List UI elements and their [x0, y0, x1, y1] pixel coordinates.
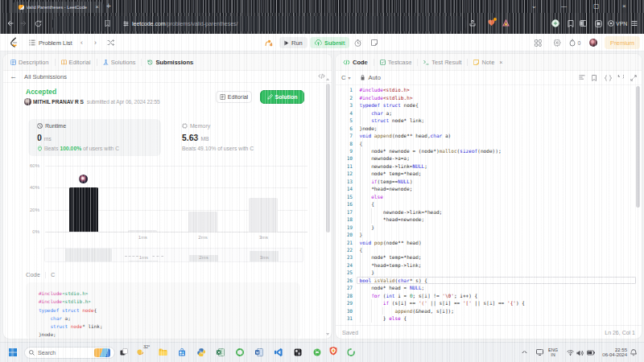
language-selector[interactable]: C — [341, 74, 345, 81]
forward-icon[interactable] — [20, 20, 27, 27]
ms-store-icon[interactable] — [178, 348, 186, 356]
settings-gear-icon[interactable] — [554, 39, 561, 47]
editor-line[interactable]: 2#include<stdlib.h> — [336, 94, 638, 101]
editor-line[interactable]: 1#include<stdio.h> — [336, 86, 638, 93]
volume-icon[interactable] — [576, 350, 584, 356]
vscode-icon[interactable] — [275, 348, 283, 356]
editor-line[interactable]: 7void append(node** head,char a) — [336, 132, 638, 139]
tray-expand-icon[interactable] — [522, 350, 527, 354]
auto-lock-icon[interactable] — [361, 75, 365, 80]
extension-heart-icon[interactable] — [488, 19, 495, 27]
favorites-icon[interactable] — [568, 20, 574, 27]
runtime-card[interactable]: Runtime 0 ms Beats 100.00% of users with… — [28, 119, 161, 156]
scrollbar-thumb[interactable] — [636, 86, 640, 208]
user-avatar[interactable] — [589, 39, 597, 47]
debug-icon[interactable] — [265, 39, 273, 47]
tab-description[interactable]: Description — [10, 59, 49, 66]
new-tab-button[interactable]: + — [106, 2, 111, 10]
url-input[interactable]: leetcode.com/problems/valid-parentheses/ — [52, 16, 467, 31]
search-highlight-image[interactable] — [94, 348, 110, 357]
editor-line[interactable]: 6}node; — [336, 125, 638, 132]
braces-icon[interactable] — [605, 75, 610, 80]
split-screen-icon[interactable] — [580, 20, 587, 27]
shuffle-icon[interactable] — [107, 39, 114, 46]
tray-display-icon[interactable] — [536, 349, 543, 356]
editor-line[interactable]: 9 node* newnode = (node*)malloc(sizeof(n… — [336, 147, 638, 154]
compare-code-icon[interactable] — [318, 73, 325, 80]
problem-list-label[interactable]: Problem List — [39, 39, 72, 47]
tab-test-result[interactable]: Test Result — [423, 59, 461, 66]
submitter-name[interactable]: MITHIL PRANAV R S — [33, 99, 84, 105]
android-app-icon[interactable] — [313, 348, 321, 356]
editor-line[interactable]: 30 append(&head, s[i]); — [336, 307, 638, 315]
all-submissions-label[interactable]: All Submissions — [24, 73, 67, 80]
editor-line[interactable]: 16 { — [336, 200, 638, 208]
close-note-icon[interactable]: × — [499, 59, 502, 66]
editor-line[interactable]: 10 newnode->a=a; — [336, 154, 638, 162]
start-button[interactable] — [9, 348, 17, 356]
chart-brush[interactable]: 1ms2ms3ms — [44, 248, 303, 262]
dark-app-icon[interactable] — [294, 348, 302, 356]
bookmark-doc-icon[interactable] — [105, 20, 110, 27]
editor-line[interactable]: 22{ — [336, 246, 638, 253]
editor-line[interactable]: 5 struct node* link; — [336, 117, 638, 124]
browser-menu-icon[interactable] — [631, 20, 638, 27]
editor-line[interactable]: 20} — [336, 231, 638, 238]
editor-line[interactable]: 4 char a; — [336, 109, 638, 117]
editor-line[interactable]: 11 newnode->link=NULL; — [336, 162, 638, 170]
editor-line[interactable]: 25 } — [336, 269, 638, 276]
language-indicator[interactable]: ENG IN — [548, 348, 558, 357]
streak-flame-icon[interactable] — [569, 39, 576, 47]
editor-line[interactable]: 12 node* temp=*head; — [336, 170, 638, 177]
shield-app-icon[interactable] — [329, 347, 337, 356]
tab-close-icon[interactable]: × — [95, 4, 99, 10]
run-button[interactable]: Run — [279, 37, 308, 48]
task-view-icon[interactable] — [120, 348, 128, 356]
editor-line[interactable]: 23 node* temp=*head; — [336, 253, 638, 261]
word-icon[interactable] — [255, 348, 263, 356]
battery-icon[interactable] — [587, 350, 595, 356]
tab-solutions[interactable]: Solutions — [103, 59, 136, 66]
browser-tab[interactable]: Valid Parentheses - LeetCode × — [12, 2, 104, 13]
window-maximize-button[interactable]: ▢ — [593, 3, 600, 10]
memory-card[interactable]: Memory 5.63 MB Beats 49.10% of users wit… — [173, 119, 306, 156]
chart-bar-3ms[interactable] — [249, 198, 278, 232]
back-icon[interactable] — [7, 20, 14, 27]
scroll-up-arrow[interactable] — [326, 78, 329, 80]
editor-line[interactable]: 13 if(temp==NULL) — [336, 178, 638, 185]
weather-widget[interactable]: 32° — [136, 347, 145, 356]
taskbar-search[interactable]: Search — [24, 347, 115, 359]
copilot-icon[interactable] — [595, 20, 602, 27]
premium-button[interactable]: Premium — [605, 36, 640, 49]
tab-note[interactable]: Note × — [473, 59, 502, 66]
python-icon[interactable] — [197, 348, 205, 356]
leetcode-logo[interactable] — [10, 37, 18, 47]
timer-icon[interactable] — [354, 39, 361, 47]
taskbar-clock[interactable]: 22:55 06-04-2024 — [602, 348, 627, 357]
left-panel-scrollbar[interactable] — [326, 78, 330, 335]
file-explorer-icon[interactable] — [159, 348, 167, 356]
tab-search-icon[interactable]: ⌄ — [531, 3, 537, 10]
notes-icon[interactable] — [371, 39, 378, 46]
wifi-icon[interactable] — [567, 350, 574, 356]
format-code-icon[interactable] — [579, 75, 584, 80]
chart-bar-2ms[interactable] — [188, 212, 217, 232]
back-arrow-icon[interactable]: ← — [10, 73, 17, 80]
collections-add-icon[interactable] — [551, 19, 559, 27]
problem-list-icon[interactable] — [29, 39, 35, 46]
scroll-down-arrow[interactable] — [326, 333, 329, 335]
chart-bar-1ms[interactable] — [128, 230, 157, 232]
code-editor[interactable]: 1#include<stdio.h>2#include<stdlib.h>3ty… — [336, 85, 638, 325]
editor-line[interactable]: 28 for (int i = 0; s[i] != '\0'; i++) { — [336, 292, 638, 299]
solution-button[interactable]: Solution — [260, 90, 304, 104]
editor-line[interactable]: 31 } else { — [336, 315, 638, 322]
editor-line[interactable]: 21void pop(node** head) — [336, 239, 638, 246]
editorial-button[interactable]: Editorial — [216, 91, 252, 103]
reset-icon[interactable] — [617, 75, 623, 80]
editor-line[interactable]: 14 *head=newnode; — [336, 185, 638, 192]
editor-line[interactable]: 27 node* head = NULL; — [336, 284, 638, 291]
auto-label[interactable]: Auto — [368, 74, 380, 81]
extension-triangle-icon[interactable] — [502, 19, 510, 27]
bookmark-icon[interactable] — [592, 75, 597, 80]
notification-bell-icon[interactable] — [630, 349, 637, 356]
